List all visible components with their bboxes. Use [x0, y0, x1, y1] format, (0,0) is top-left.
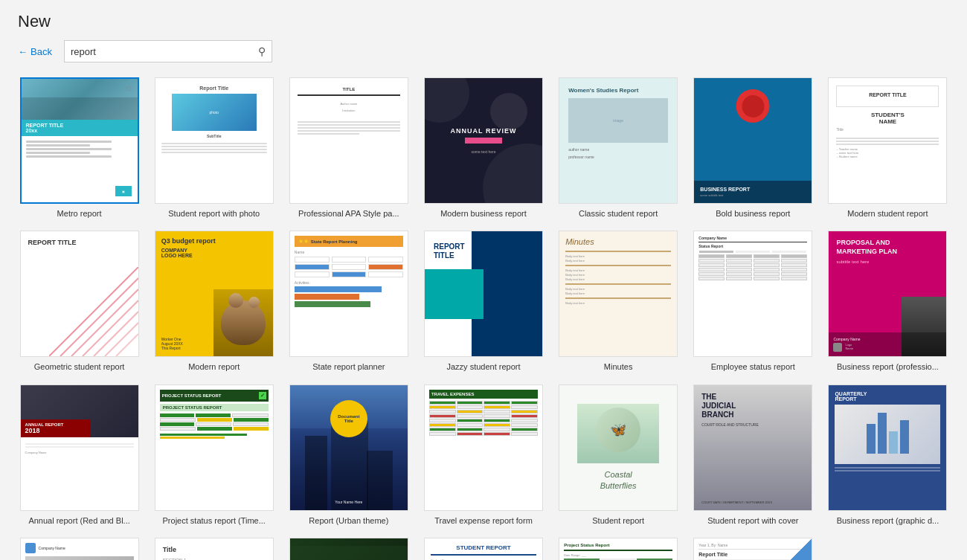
template-item[interactable]: Year 1, By: Name Report Title Body text … — [692, 538, 815, 560]
template-thumbnail[interactable]: REPORT TITLE20xx ▣ ☆ — [20, 77, 139, 204]
template-item[interactable]: STUDENT REPORT Student Name Class Name D… — [422, 538, 544, 560]
template-item[interactable]: REPORTTITLE SUB TITLESTUDENT NAMEPROFESS… — [422, 231, 544, 372]
template-item[interactable]: Women's Studies Report image author name… — [557, 77, 680, 219]
template-label: Modern student report — [847, 208, 928, 219]
template-label: Student report with cover — [707, 515, 798, 526]
template-item[interactable]: Project Status Report Date Range: ___ Su… — [557, 538, 680, 560]
template-item[interactable]: QUARTERLYREPORT Busine — [826, 384, 949, 526]
template-thumbnail[interactable]: THEJUDICIALBRANCH COURT ROLE AND STRUCTU… — [693, 384, 812, 511]
template-thumbnail[interactable]: Title SECTION 1 Body text here... — [155, 538, 274, 560]
template-item[interactable]: TITLE Author name Institution Profession… — [287, 77, 410, 219]
svg-line-0 — [49, 267, 138, 356]
template-thumbnail[interactable]: Minutes Body text here Body text here Bo… — [559, 231, 678, 357]
template-label: Minutes — [604, 361, 633, 372]
template-item[interactable]: Report Title photo SubTitle Student repo… — [152, 77, 275, 219]
template-label: Modern report — [188, 361, 240, 372]
template-item[interactable]: Q3 budget report COMPANYLOGO HERE Worker… — [152, 231, 275, 372]
search-box: ⚲ — [64, 40, 272, 62]
template-thumbnail[interactable]: STUDENT REPORT Student Name Class Name D… — [424, 538, 543, 560]
template-thumbnail[interactable]: Project Status Report Date Range: ___ Su… — [559, 538, 678, 560]
template-item[interactable]: Title SECTION 1 Body text here... — [152, 538, 275, 560]
svg-line-6 — [116, 334, 138, 356]
template-thumbnail[interactable]: TRAVEL EXPENSES — [424, 384, 543, 511]
template-item[interactable]: REPORT TITLE Geometric student report — [18, 231, 141, 372]
template-thumbnail[interactable]: ANNUAL REVIEW some text here — [424, 77, 543, 204]
template-label: Annual report (Red and Bl... — [28, 515, 129, 526]
template-thumbnail[interactable]: ANNUAL REPORT 2018 Company Name — [20, 384, 139, 511]
template-thumbnail[interactable]: Year 1, By: Name Report Title Body text … — [693, 538, 812, 560]
template-label: Metro report — [57, 208, 102, 219]
back-button[interactable]: ← Back — [18, 46, 52, 57]
template-item[interactable]: REPORT TITLE STUDENT'SNAME Title – Teach… — [826, 77, 949, 219]
top-bar: ← Back ⚲ — [18, 40, 949, 62]
template-label: Report (Urban theme) — [309, 515, 388, 526]
template-item[interactable]: TRAVEL EXPENSES — [422, 384, 544, 526]
template-item[interactable]: DocumentTitle Your Name Here Report (Urb… — [287, 384, 410, 526]
template-label: Project status report (Time... — [163, 515, 266, 526]
search-button[interactable]: ⚲ — [258, 45, 266, 57]
template-label: State report planner — [312, 361, 385, 372]
template-thumbnail[interactable]: Company Name Status Report — [693, 231, 812, 357]
template-label: Modern business report — [440, 208, 527, 219]
page-container: New ← Back ⚲ REPORT TITLE20xx — [0, 0, 967, 560]
template-label: Travel expense report form — [434, 515, 533, 526]
template-item[interactable]: TERRIBLELIZZARDS — [287, 538, 410, 560]
template-item[interactable]: PROJECT STATUS REPORT ✓ PROJECT STATUS R… — [152, 384, 275, 526]
template-item[interactable]: Minutes Body text here Body text here Bo… — [557, 231, 680, 372]
template-label: Student report — [592, 515, 644, 526]
template-label: Geometric student report — [34, 361, 125, 372]
template-thumbnail[interactable]: QUARTERLYREPORT — [828, 384, 947, 511]
template-thumbnail[interactable]: PROPOSAL ANDMARKETING PLAN subtitle text… — [828, 231, 947, 357]
template-thumbnail[interactable]: REPORT TITLE — [20, 231, 139, 357]
template-label: Business report (graphic d... — [837, 515, 939, 526]
template-thumbnail[interactable]: TITLE Author name Institution — [289, 77, 408, 204]
svg-line-3 — [83, 300, 138, 356]
svg-line-2 — [71, 289, 138, 356]
template-item[interactable]: Company Name Status Report — [692, 231, 815, 372]
pin-icon: ☆ — [125, 83, 133, 94]
template-thumbnail[interactable]: REPORTTITLE SUB TITLESTUDENT NAMEPROFESS… — [424, 231, 543, 357]
template-item[interactable]: ANNUAL REVIEW some text here Modern busi… — [422, 77, 544, 219]
template-thumbnail[interactable]: DocumentTitle Your Name Here — [289, 384, 408, 511]
template-label: Business report (professio... — [837, 361, 939, 372]
template-thumbnail[interactable]: Report Title photo SubTitle — [155, 77, 274, 204]
svg-line-4 — [94, 312, 138, 356]
template-item[interactable]: ★★ State Report Planning Name Activities… — [287, 231, 410, 372]
template-label: Employee status report — [711, 361, 795, 372]
template-item[interactable]: Company Name — [18, 538, 141, 560]
back-label: Back — [30, 46, 52, 57]
template-thumbnail[interactable]: BUSINESS REPORT some subtitle text — [693, 77, 812, 204]
template-thumbnail[interactable]: ★★ State Report Planning Name Activities… — [289, 231, 408, 357]
template-item[interactable]: PROPOSAL ANDMARKETING PLAN subtitle text… — [826, 231, 949, 372]
template-item[interactable]: REPORT TITLE20xx ▣ ☆ Metro report — [18, 77, 141, 219]
template-label: Jazzy student report — [446, 361, 520, 372]
svg-line-1 — [60, 278, 138, 356]
page-title: New — [18, 12, 949, 31]
template-thumbnail[interactable]: Company Name — [20, 538, 139, 560]
template-thumbnail[interactable]: TERRIBLELIZZARDS — [289, 538, 408, 560]
template-thumbnail[interactable]: Q3 budget report COMPANYLOGO HERE Worker… — [155, 231, 274, 357]
template-item[interactable]: THEJUDICIALBRANCH COURT ROLE AND STRUCTU… — [692, 384, 815, 526]
back-arrow-icon: ← — [18, 46, 28, 57]
template-thumbnail[interactable]: 🦋 CoastalButterflies — [559, 384, 678, 511]
template-label: Classic student report — [579, 208, 658, 219]
templates-grid: REPORT TITLE20xx ▣ ☆ Metro report — [18, 77, 949, 560]
template-thumbnail[interactable]: Women's Studies Report image author name… — [559, 77, 678, 204]
template-item[interactable]: 🦋 CoastalButterflies Student report — [557, 384, 680, 526]
template-label: Bold business report — [716, 208, 790, 219]
template-thumbnail[interactable]: PROJECT STATUS REPORT ✓ PROJECT STATUS R… — [155, 384, 274, 511]
template-item[interactable]: BUSINESS REPORT some subtitle text Bold … — [692, 77, 815, 219]
template-thumbnail[interactable]: REPORT TITLE STUDENT'SNAME Title – Teach… — [828, 77, 947, 204]
template-label: Student report with photo — [168, 208, 260, 219]
template-label: Professional APA Style pa... — [298, 208, 399, 219]
template-item[interactable]: ANNUAL REPORT 2018 Company Name Annual r… — [18, 384, 141, 526]
search-input[interactable] — [71, 46, 258, 57]
